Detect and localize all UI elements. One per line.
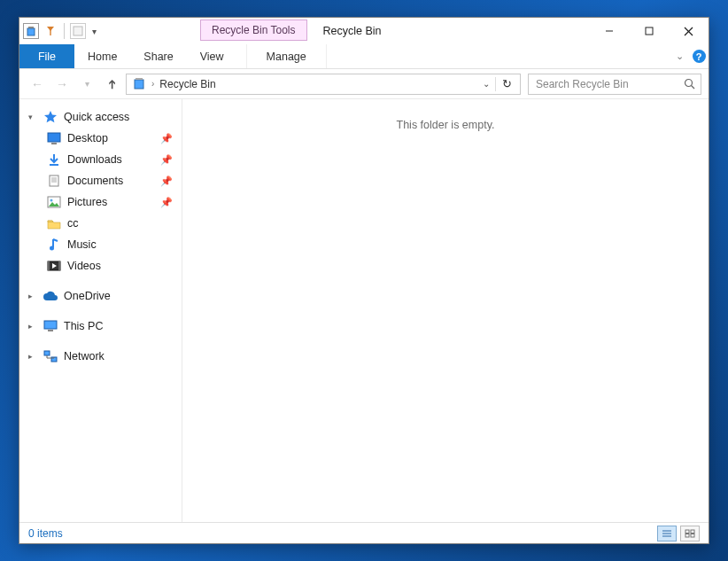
share-tab[interactable]: Share — [130, 44, 186, 68]
svg-rect-12 — [51, 143, 57, 144]
thumbnails-view-button[interactable] — [680, 526, 700, 542]
new-folder-icon[interactable] — [70, 23, 86, 39]
onedrive-node[interactable]: ▸ OneDrive — [19, 285, 182, 307]
quick-access-label: Quick access — [64, 111, 129, 123]
sidebar-item-label: Pictures — [67, 196, 107, 208]
recent-locations-chevron[interactable]: ▾ — [76, 74, 97, 95]
svg-rect-24 — [44, 321, 57, 329]
sidebar-item-pictures[interactable]: Pictures 📌 — [19, 191, 182, 213]
expand-chevron-icon[interactable]: ▸ — [28, 292, 37, 300]
expand-chevron-icon[interactable]: ▸ — [28, 322, 37, 331]
content-pane: This folder is empty. — [182, 99, 709, 522]
expand-chevron-icon[interactable]: ▸ — [28, 352, 37, 361]
videos-icon — [46, 259, 62, 273]
pin-icon: 📌 — [160, 175, 173, 187]
svg-rect-23 — [58, 261, 60, 270]
quick-access-toolbar: ▾ — [19, 18, 103, 44]
svg-rect-0 — [27, 28, 35, 35]
navigation-pane: ▾ Quick access Desktop 📌 Downloads 📌 — [19, 99, 182, 522]
window-controls — [589, 18, 709, 44]
search-input[interactable] — [534, 77, 684, 91]
onedrive-icon — [43, 289, 58, 303]
folder-icon — [46, 216, 62, 230]
svg-rect-2 — [74, 27, 82, 35]
documents-icon — [46, 174, 62, 188]
ribbon-tabs: File Home Share View Manage ⌄ ? — [19, 44, 709, 69]
pin-icon: 📌 — [160, 133, 173, 144]
sidebar-item-videos[interactable]: Videos — [19, 255, 182, 277]
contextual-tool-tab[interactable]: Recycle Bin Tools — [200, 19, 307, 41]
qat-customize-chevron[interactable]: ▾ — [89, 27, 99, 36]
recycle-bin-icon[interactable] — [23, 23, 39, 39]
address-bar[interactable]: › Recycle Bin ⌄ ↻ — [126, 74, 521, 95]
status-bar: 0 items — [19, 522, 709, 543]
sidebar-item-label: Documents — [67, 175, 123, 187]
svg-rect-7 — [135, 80, 143, 89]
explorer-window: ▾ Recycle Bin Tools Recycle Bin File Hom… — [19, 17, 709, 544]
window-title: Recycle Bin — [311, 18, 590, 44]
this-pc-label: This PC — [64, 320, 103, 332]
svg-rect-26 — [44, 351, 50, 355]
title-bar: ▾ Recycle Bin Tools Recycle Bin — [19, 18, 709, 44]
home-tab[interactable]: Home — [74, 44, 130, 68]
music-icon — [46, 238, 62, 252]
content-area[interactable]: This folder is empty. — [182, 99, 709, 522]
svg-rect-33 — [685, 534, 689, 537]
pictures-icon — [46, 195, 62, 209]
svg-rect-1 — [28, 27, 34, 28]
svg-point-9 — [685, 80, 693, 87]
svg-rect-32 — [691, 530, 694, 534]
network-icon — [43, 349, 58, 363]
pin-icon: 📌 — [160, 197, 173, 208]
svg-line-10 — [692, 86, 695, 90]
this-pc-node[interactable]: ▸ This PC — [19, 316, 182, 337]
svg-rect-25 — [48, 330, 53, 331]
network-label: Network — [64, 350, 105, 362]
maximize-button[interactable] — [629, 18, 669, 44]
recycle-bin-icon — [132, 77, 148, 91]
manage-tab[interactable]: Manage — [246, 44, 327, 68]
sidebar-item-label: Music — [67, 238, 97, 251]
this-pc-icon — [43, 319, 58, 333]
sidebar-item-downloads[interactable]: Downloads 📌 — [19, 149, 182, 170]
search-box[interactable] — [528, 74, 701, 95]
sidebar-item-desktop[interactable]: Desktop 📌 — [19, 128, 182, 149]
svg-rect-22 — [48, 261, 50, 270]
pin-icon: 📌 — [160, 154, 173, 166]
desktop-icon — [46, 131, 62, 145]
address-dropdown-chevron[interactable]: ⌄ — [477, 79, 495, 89]
close-button[interactable] — [669, 18, 709, 44]
svg-rect-14 — [50, 175, 58, 186]
minimize-button[interactable] — [589, 18, 629, 44]
refresh-button[interactable]: ↻ — [496, 77, 518, 90]
empty-folder-message: This folder is empty. — [397, 119, 495, 522]
view-tab[interactable]: View — [187, 44, 237, 68]
help-button[interactable]: ? — [689, 44, 709, 68]
navigation-bar: ← → ▾ ➔ › Recycle Bin ⌄ ↻ — [19, 69, 709, 99]
sidebar-item-cc[interactable]: cc — [19, 213, 182, 234]
breadcrumb-location[interactable]: Recycle Bin — [154, 74, 221, 94]
sidebar-item-music[interactable]: Music — [19, 234, 182, 255]
details-view-button[interactable] — [657, 526, 677, 542]
network-node[interactable]: ▸ Network — [19, 346, 182, 367]
file-tab[interactable]: File — [19, 44, 74, 68]
onedrive-label: OneDrive — [64, 290, 111, 302]
svg-rect-4 — [646, 27, 653, 35]
explorer-body: ▾ Quick access Desktop 📌 Downloads 📌 — [19, 99, 709, 522]
svg-rect-31 — [685, 530, 689, 534]
quick-access-node[interactable]: ▾ Quick access — [19, 106, 182, 128]
collapse-chevron-icon[interactable]: ▾ — [28, 113, 37, 121]
sidebar-item-label: cc — [67, 217, 79, 230]
star-icon — [43, 110, 58, 124]
ribbon-expand-chevron[interactable]: ⌄ — [670, 44, 689, 68]
sidebar-item-label: Desktop — [67, 132, 108, 144]
svg-rect-11 — [48, 133, 60, 142]
back-button[interactable]: ← — [27, 74, 48, 95]
properties-icon[interactable] — [43, 23, 58, 39]
up-button[interactable]: ➔ — [101, 74, 122, 95]
forward-button[interactable]: → — [51, 74, 73, 95]
svg-point-20 — [50, 246, 54, 251]
sidebar-item-label: Videos — [67, 260, 101, 272]
svg-rect-34 — [691, 534, 694, 537]
sidebar-item-documents[interactable]: Documents 📌 — [19, 170, 182, 191]
